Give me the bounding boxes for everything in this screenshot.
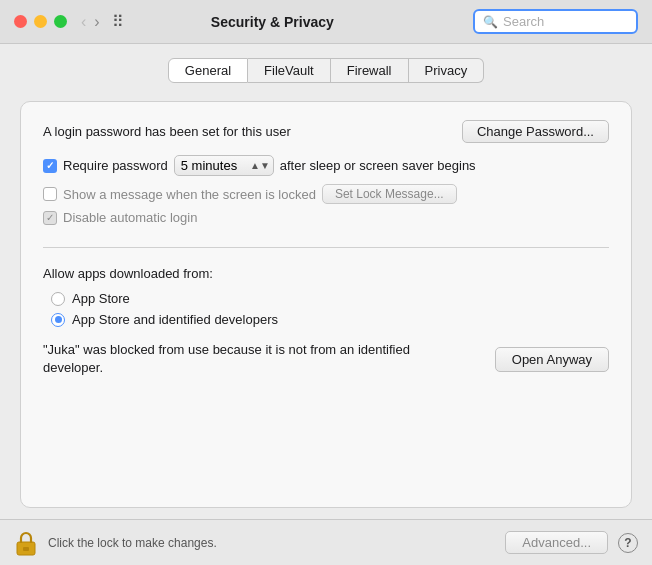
- app-store-radio[interactable]: [51, 292, 65, 306]
- search-icon: 🔍: [483, 15, 498, 29]
- tab-filevault[interactable]: FileVault: [248, 58, 331, 83]
- app-store-radio-row: App Store: [51, 291, 609, 306]
- minimize-button[interactable]: [34, 15, 47, 28]
- advanced-button[interactable]: Advanced...: [505, 531, 608, 554]
- require-password-label: Require password: [63, 158, 168, 173]
- svg-rect-1: [23, 547, 29, 551]
- require-password-checkbox[interactable]: [43, 159, 57, 173]
- allow-apps-section: Allow apps downloaded from: App Store Ap…: [43, 266, 609, 377]
- bottom-bar: Click the lock to make changes. Advanced…: [0, 519, 652, 565]
- require-password-row: Require password 5 minutes immediately 5…: [43, 155, 609, 176]
- change-password-button[interactable]: Change Password...: [462, 120, 609, 143]
- settings-card: A login password has been set for this u…: [20, 101, 632, 508]
- tab-general[interactable]: General: [168, 58, 248, 83]
- login-password-text: A login password has been set for this u…: [43, 124, 291, 139]
- disable-autologin-row: Disable automatic login: [43, 210, 609, 225]
- time-select[interactable]: 5 minutes immediately 5 seconds 1 minute…: [174, 155, 274, 176]
- tab-firewall[interactable]: Firewall: [331, 58, 409, 83]
- show-message-label: Show a message when the screen is locked: [63, 187, 316, 202]
- login-password-row: A login password has been set for this u…: [43, 120, 609, 143]
- after-sleep-text: after sleep or screen saver begins: [280, 158, 476, 173]
- set-lock-message-button[interactable]: Set Lock Message...: [322, 184, 457, 204]
- app-store-identified-radio[interactable]: [51, 313, 65, 327]
- app-store-label: App Store: [72, 291, 130, 306]
- window-title: Security & Privacy: [72, 14, 473, 30]
- disable-autologin-label: Disable automatic login: [63, 210, 197, 225]
- close-button[interactable]: [14, 15, 27, 28]
- time-select-wrapper: 5 minutes immediately 5 seconds 1 minute…: [174, 155, 274, 176]
- search-input[interactable]: [503, 14, 628, 29]
- login-password-section: A login password has been set for this u…: [43, 120, 609, 248]
- blocked-app-row: "Juka" was blocked from use because it i…: [43, 341, 609, 377]
- app-store-identified-label: App Store and identified developers: [72, 312, 278, 327]
- show-message-row: Show a message when the screen is locked…: [43, 184, 609, 204]
- main-content: General FileVault Firewall Privacy A log…: [0, 44, 652, 519]
- allow-apps-label: Allow apps downloaded from:: [43, 266, 609, 281]
- tab-bar: General FileVault Firewall Privacy: [20, 58, 632, 83]
- window-controls: [14, 15, 67, 28]
- tab-privacy[interactable]: Privacy: [409, 58, 485, 83]
- lock-text: Click the lock to make changes.: [48, 536, 505, 550]
- open-anyway-button[interactable]: Open Anyway: [495, 347, 609, 372]
- blocked-app-text: "Juka" was blocked from use because it i…: [43, 341, 423, 377]
- help-button[interactable]: ?: [618, 533, 638, 553]
- lock-icon: [14, 529, 38, 557]
- show-message-checkbox[interactable]: [43, 187, 57, 201]
- titlebar: ‹ › ⠿ Security & Privacy 🔍: [0, 0, 652, 44]
- disable-autologin-checkbox[interactable]: [43, 211, 57, 225]
- maximize-button[interactable]: [54, 15, 67, 28]
- app-store-identified-radio-row: App Store and identified developers: [51, 312, 609, 327]
- search-box: 🔍: [473, 9, 638, 34]
